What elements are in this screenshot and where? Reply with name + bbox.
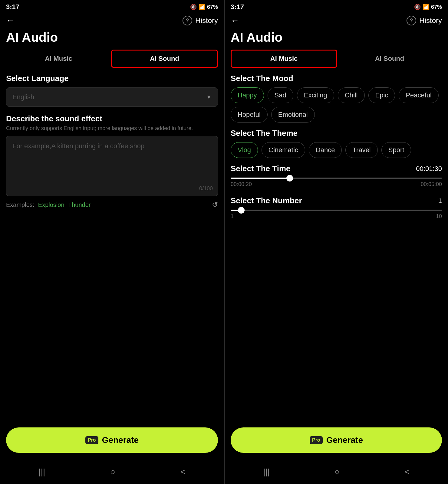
battery-icon: 67% (207, 4, 218, 10)
time-slider-section: Select The Time 00:01:30 00:00:20 00:05:… (231, 164, 442, 188)
example-thunder[interactable]: Thunder (68, 201, 91, 208)
help-button-left[interactable]: ? (183, 16, 192, 25)
wifi-icon: 📶 (199, 4, 205, 10)
tab-ai-sound-left[interactable]: AI Sound (111, 50, 218, 68)
page-title-right: AI Audio (225, 27, 448, 50)
menu-nav-left[interactable]: ||| (38, 467, 45, 477)
status-icons-right: 🔇 📶 67% (414, 4, 442, 10)
signal-icon-right: 🔇 (414, 4, 421, 10)
chip-cinematic[interactable]: Cinematic (262, 142, 305, 158)
number-slider-header: Select The Number 1 (231, 196, 442, 205)
content-right: Select The Mood Happy Sad Exciting Chill… (225, 74, 448, 421)
language-label: Select Language (6, 74, 218, 83)
chip-emotional[interactable]: Emotional (271, 107, 315, 123)
history-button-left[interactable]: History (195, 16, 218, 25)
chip-epic[interactable]: Epic (368, 87, 395, 103)
time-min-label: 00:00:20 (231, 181, 252, 188)
top-bar-right: ← ? History (225, 13, 448, 27)
chip-sport[interactable]: Sport (381, 142, 411, 158)
mood-chips: Happy Sad Exciting Chill Epic Peaceful H… (231, 87, 442, 123)
text-area-box[interactable]: For example,A kitten purring in a coffee… (6, 136, 218, 196)
wifi-icon-right: 📶 (423, 4, 429, 10)
status-bar-left: 3:17 🔇 📶 67% (0, 0, 224, 13)
chip-sad[interactable]: Sad (268, 87, 293, 103)
describe-title: Describe the sound effect (6, 114, 218, 123)
chip-hopeful[interactable]: Hopeful (231, 107, 268, 123)
back-button-left[interactable]: ← (6, 16, 15, 25)
number-slider-thumb[interactable] (238, 207, 245, 214)
bottom-nav-right: ||| ○ < (225, 462, 448, 484)
tab-ai-music-right[interactable]: AI Music (231, 50, 337, 68)
time-slider-label: Select The Time (231, 164, 291, 173)
back-nav-left[interactable]: < (180, 467, 185, 477)
examples-section: Examples: Explosion Thunder (6, 201, 91, 208)
battery-icon-right: 67% (431, 4, 442, 10)
time-slider-value: 00:01:30 (416, 165, 442, 173)
describe-subtitle: Currently only supports English input; m… (6, 125, 218, 132)
status-icons-left: 🔇 📶 67% (190, 4, 218, 10)
back-button-right[interactable]: ← (231, 16, 239, 25)
number-min-label: 1 (231, 213, 234, 220)
examples-row: Examples: Explosion Thunder ↺ (6, 201, 218, 209)
signal-icon: 🔇 (190, 4, 197, 10)
example-explosion[interactable]: Explosion (38, 201, 64, 208)
mood-label: Select The Mood (231, 74, 442, 83)
status-time-left: 3:17 (6, 3, 19, 11)
chip-chill[interactable]: Chill (338, 87, 365, 103)
time-slider-track[interactable] (231, 178, 442, 179)
menu-nav-right[interactable]: ||| (263, 467, 270, 477)
home-nav-left[interactable]: ○ (110, 467, 115, 477)
tabs-right: AI Music AI Sound (231, 50, 442, 68)
time-slider-labels: 00:00:20 00:05:00 (231, 181, 442, 188)
pro-badge-left: Pro (85, 436, 98, 444)
chip-travel[interactable]: Travel (345, 142, 377, 158)
text-area-placeholder: For example,A kitten purring in a coffee… (12, 142, 212, 150)
time-slider-header: Select The Time 00:01:30 (231, 164, 442, 173)
tab-ai-sound-right[interactable]: AI Sound (337, 50, 442, 68)
left-panel: 3:17 🔇 📶 67% ← ? History AI Audio AI Mus… (0, 0, 224, 484)
generate-button-left[interactable]: Pro Generate (6, 427, 218, 453)
help-button-right[interactable]: ? (407, 16, 416, 25)
content-left: Select Language English ▼ Describe the s… (0, 74, 224, 421)
pro-badge-right: Pro (310, 436, 323, 444)
chip-dance[interactable]: Dance (309, 142, 342, 158)
bottom-nav-left: ||| ○ < (0, 462, 224, 484)
tabs-left: AI Music AI Sound (6, 50, 218, 68)
number-slider-value: 1 (438, 197, 442, 205)
back-nav-right[interactable]: < (404, 467, 409, 477)
chip-exciting[interactable]: Exciting (297, 87, 334, 103)
examples-label: Examples: (6, 201, 34, 208)
number-slider-section: Select The Number 1 1 10 (231, 196, 442, 220)
text-area-counter: 0/100 (199, 185, 213, 192)
time-slider-thumb[interactable] (286, 175, 293, 182)
top-right-right: ? History (407, 16, 442, 25)
tab-ai-music-left[interactable]: AI Music (6, 50, 111, 68)
number-slider-labels: 1 10 (231, 213, 442, 220)
history-button-right[interactable]: History (419, 16, 442, 25)
top-right-left: ? History (183, 16, 218, 25)
right-panel: 3:17 🔇 📶 67% ← ? History AI Audio AI Mus… (224, 0, 448, 484)
chip-happy[interactable]: Happy (231, 87, 264, 103)
status-bar-right: 3:17 🔇 📶 67% (225, 0, 448, 13)
dropdown-arrow: ▼ (206, 94, 212, 100)
status-time-right: 3:17 (231, 3, 244, 11)
chip-vlog[interactable]: Vlog (231, 142, 258, 158)
chip-peaceful[interactable]: Peaceful (399, 87, 439, 103)
home-nav-right[interactable]: ○ (334, 467, 340, 477)
generate-button-right[interactable]: Pro Generate (231, 427, 442, 453)
theme-chips: Vlog Cinematic Dance Travel Sport (231, 142, 442, 158)
number-max-label: 10 (436, 213, 442, 220)
time-slider-fill (231, 178, 290, 179)
time-max-label: 00:05:00 (421, 181, 442, 188)
generate-label-right: Generate (326, 435, 363, 445)
refresh-icon[interactable]: ↺ (212, 201, 218, 209)
language-value: English (12, 93, 34, 101)
number-slider-label: Select The Number (231, 196, 302, 205)
page-title-left: AI Audio (0, 27, 224, 50)
language-dropdown[interactable]: English ▼ (6, 87, 218, 107)
theme-label: Select The Theme (231, 129, 442, 138)
top-bar-left: ← ? History (0, 13, 224, 27)
generate-label-left: Generate (102, 435, 139, 445)
number-slider-track[interactable] (231, 210, 442, 211)
